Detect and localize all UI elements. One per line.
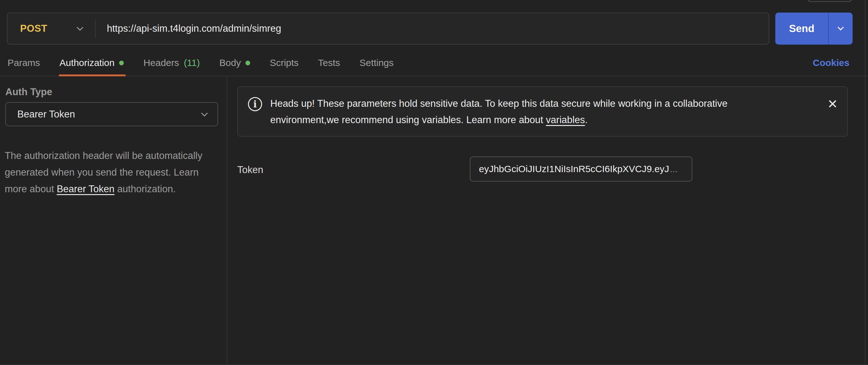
chevron-down-icon <box>77 24 83 30</box>
token-ellipsis: ... <box>670 164 678 174</box>
chevron-down-icon <box>838 24 844 30</box>
tab-label: Body <box>219 58 241 68</box>
banner-text-main: Heads up! These parameters hold sensitiv… <box>270 98 727 125</box>
token-input[interactable]: eyJhbGciOiJIUzI1NiIsInR5cCI6IkpXVCJ9.eyJ… <box>470 157 692 181</box>
auth-detail-pane: i Heads up! These parameters hold sensit… <box>227 76 868 365</box>
banner-text: Heads up! These parameters hold sensitiv… <box>270 96 792 128</box>
method-label: POST <box>20 23 47 34</box>
close-icon[interactable]: ✕ <box>827 98 838 110</box>
auth-type-pane: Auth Type Bearer Token The authorization… <box>0 76 227 365</box>
method-dropdown[interactable]: POST <box>7 13 95 44</box>
cookies-link[interactable]: Cookies <box>813 58 849 68</box>
authorization-panel: Auth Type Bearer Token The authorization… <box>0 76 868 365</box>
send-options-button[interactable] <box>829 12 852 44</box>
bearer-token-link[interactable]: Bearer Token <box>57 184 114 194</box>
tab-headers[interactable]: Headers (11) <box>143 50 200 76</box>
tab-label: Settings <box>360 58 394 68</box>
tab-label: Tests <box>318 58 340 68</box>
headers-count-badge: (11) <box>184 58 200 68</box>
tab-body[interactable]: Body <box>219 50 250 76</box>
token-value: eyJhbGciOiJIUzI1NiIsInR5cCI6IkpXVCJ9.eyJ <box>479 164 669 174</box>
token-label: Token <box>237 164 264 175</box>
tab-params[interactable]: Params <box>7 50 40 76</box>
header-partial-box <box>807 0 852 2</box>
tab-label: Headers <box>143 58 179 68</box>
green-dot-icon <box>245 61 250 65</box>
divider <box>95 20 96 38</box>
auth-type-select[interactable]: Bearer Token <box>5 102 218 126</box>
send-button[interactable]: Send <box>775 12 828 44</box>
green-dot-icon <box>119 61 124 65</box>
tab-label: Scripts <box>270 58 299 68</box>
tab-tests[interactable]: Tests <box>318 50 340 76</box>
tab-scripts[interactable]: Scripts <box>270 50 299 76</box>
tab-settings[interactable]: Settings <box>360 50 394 76</box>
auth-description: The authorization header will be automat… <box>5 147 218 197</box>
sensitive-data-banner: i Heads up! These parameters hold sensit… <box>237 87 848 137</box>
chevron-down-icon <box>201 110 208 117</box>
tab-authorization[interactable]: Authorization <box>59 50 124 76</box>
banner-text-period: . <box>585 114 588 125</box>
request-tabs: Params Authorization Headers (11) Body S… <box>0 50 868 76</box>
variables-link[interactable]: variables <box>546 114 585 125</box>
send-split-button: Send <box>775 12 852 44</box>
request-builder-screen: POST https://api-sim.t4login.com/admin/s… <box>0 0 868 365</box>
tab-label: Params <box>7 58 40 68</box>
info-icon: i <box>248 97 262 111</box>
auth-type-label: Auth Type <box>5 87 52 98</box>
url-input[interactable]: https://api-sim.t4login.com/admin/simreg <box>107 23 281 34</box>
auth-type-value: Bearer Token <box>17 109 75 120</box>
tab-label: Authorization <box>59 58 114 68</box>
auth-description-text: authorization. <box>114 184 176 194</box>
request-url-bar: POST https://api-sim.t4login.com/admin/s… <box>7 12 769 44</box>
